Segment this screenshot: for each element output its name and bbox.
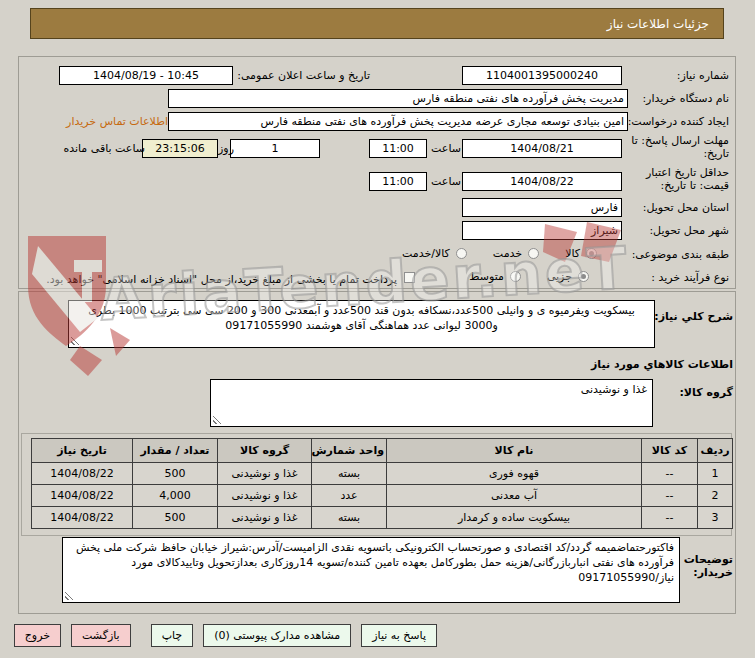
radio-icon xyxy=(456,248,467,259)
process-option-minor[interactable]: جزیی xyxy=(547,270,589,283)
resize-grip-icon[interactable] xyxy=(65,591,74,600)
need-number-field[interactable]: 1104001395000240 xyxy=(462,66,622,85)
deadline-date-field[interactable]: 1404/08/21 xyxy=(462,139,622,158)
classification-option-goods[interactable]: کالا xyxy=(565,247,597,260)
radio-icon xyxy=(510,271,521,282)
description-text: بیسکویت ویفرمیوه ی و وانیلی 500عدد،نسکاف… xyxy=(88,304,635,332)
validity-label: حداقل تاریخ اعتبار قیمت: تا تاریخ: xyxy=(624,166,729,192)
classification-label: طبقه بندی موضوعی: xyxy=(632,248,729,261)
col-goods-code: کد کالا xyxy=(642,439,698,463)
treasury-note-label: پرداخت تمام یا بخشی از مبلغ خرید،از محل … xyxy=(46,273,397,286)
remaining-days-field[interactable]: 1 xyxy=(230,139,320,158)
goods-group-label: گروه کالا: xyxy=(679,386,733,399)
cell-quantity: 4,000 xyxy=(133,485,218,507)
hours-remaining-label: ساعت باقی مانده xyxy=(63,142,145,155)
radio-icon xyxy=(528,248,539,259)
cell-row-number: 2 xyxy=(698,485,733,507)
process-type-label: نوع فرآیند خرید : xyxy=(651,271,729,284)
cell-goods-name: قهوه فوری xyxy=(387,463,642,485)
announce-field[interactable]: 1404/08/19 - 10:45 xyxy=(59,66,233,85)
table-row[interactable]: 1 -- قهوه فوری بسته غذا و نوشیدنی 500 14… xyxy=(32,463,733,485)
cell-quantity: 500 xyxy=(133,463,218,485)
cell-row-number: 1 xyxy=(698,463,733,485)
action-buttons: پاسخ به نیاز مشاهده مدارک پیوستی (0) چاپ… xyxy=(14,624,437,647)
creator-label: ایجاد کننده درخواست: xyxy=(628,115,729,128)
city-field[interactable]: شیراز xyxy=(462,221,622,240)
buyer-notes-textarea[interactable]: فاکتورحتماضمیمه گردد/کد اقتصادی و صورتحس… xyxy=(62,537,680,603)
province-field[interactable]: فارس xyxy=(462,198,622,217)
deadline-hour-label: ساعت xyxy=(431,142,461,155)
deadline-time-field[interactable]: 11:00 xyxy=(369,139,427,158)
need-number-label: شماره نیاز: xyxy=(677,69,729,82)
process-option-label: متوسط xyxy=(469,270,504,283)
buyer-name-label: نام دستگاه خریدار: xyxy=(642,92,729,105)
cell-goods-code: -- xyxy=(642,463,698,485)
buyer-notes-label: توضیحات خریدار: xyxy=(675,553,733,579)
cell-unit: بسته xyxy=(312,463,387,485)
resize-grip-icon[interactable] xyxy=(71,336,80,345)
cell-goods-code: -- xyxy=(642,485,698,507)
deadline-label: مهلت ارسال پاسخ: تا تاریخ: xyxy=(629,134,729,160)
process-type-radio-group: جزیی متوسط xyxy=(469,270,589,283)
exit-button[interactable]: خروج xyxy=(14,624,61,647)
classification-option-label: خدمت xyxy=(493,247,522,260)
classification-option-service[interactable]: خدمت xyxy=(493,247,539,260)
back-button[interactable]: بازگشت xyxy=(71,624,131,647)
cell-need-date: 1404/08/22 xyxy=(32,507,133,529)
col-goods-name: نام کالا xyxy=(387,439,642,463)
announce-label: تاریخ و ساعت اعلان عمومی: xyxy=(237,69,370,82)
cell-unit: بسته xyxy=(312,507,387,529)
description-textarea[interactable]: بیسکویت ویفرمیوه ی و وانیلی 500عدد،نسکاف… xyxy=(68,300,655,348)
province-label: استان محل تحویل: xyxy=(643,201,729,214)
creator-field[interactable]: امین بنیادی توسعه مجاری عرضه مدیریت پخش … xyxy=(168,112,628,131)
goods-group-text: غذا و نوشیدنی xyxy=(581,383,647,396)
description-label: شرح کلي نیاز: xyxy=(654,310,733,323)
countdown-timer: 23:15:06 xyxy=(142,139,218,158)
classification-option-label: کالا/خدمت xyxy=(402,247,450,260)
cell-goods-group: غذا و نوشیدنی xyxy=(218,463,312,485)
cell-row-number: 3 xyxy=(698,507,733,529)
col-quantity: تعداد / مقدار xyxy=(133,439,218,463)
print-button[interactable]: چاپ xyxy=(151,624,194,647)
cell-need-date: 1404/08/22 xyxy=(32,463,133,485)
city-label: شهر محل تحویل: xyxy=(649,224,729,237)
radio-selected-icon xyxy=(586,248,597,259)
goods-group-textarea[interactable]: غذا و نوشیدنی xyxy=(210,379,653,427)
cell-unit: عدد xyxy=(312,485,387,507)
cell-goods-name: بیسکویت ساده و کرمدار xyxy=(387,507,642,529)
col-need-date: تاریخ نیاز xyxy=(32,439,133,463)
col-goods-group: گروه کالا xyxy=(218,439,312,463)
radio-selected-icon xyxy=(578,271,589,282)
col-unit: واحد شمارش xyxy=(312,439,387,463)
treasury-checkbox[interactable] xyxy=(404,272,415,283)
process-option-medium[interactable]: متوسط xyxy=(469,270,521,283)
buyer-contact-link[interactable]: اطلاعات تماس خریدار xyxy=(66,115,168,128)
validity-date-field[interactable]: 1404/08/22 xyxy=(462,172,622,191)
buyer-notes-text: فاکتورحتماضمیمه گردد/کد اقتصادی و صورتحس… xyxy=(76,541,674,584)
page-title: جزئیات اطلاعات نیاز xyxy=(30,8,724,39)
cell-quantity: 500 xyxy=(133,507,218,529)
page: { "title": "جزئیات اطلاعات نیاز", "water… xyxy=(0,0,755,658)
process-option-label: جزیی xyxy=(547,270,572,283)
table-row[interactable]: 2 -- آب معدنی عدد غذا و نوشیدنی 4,000 14… xyxy=(32,485,733,507)
validity-hour-label: ساعت xyxy=(431,175,461,188)
classification-option-label: کالا xyxy=(565,247,580,260)
cell-goods-code: -- xyxy=(642,507,698,529)
cell-need-date: 1404/08/22 xyxy=(32,485,133,507)
table-row[interactable]: 3 -- بیسکویت ساده و کرمدار بسته غذا و نو… xyxy=(32,507,733,529)
goods-info-header: اطلاعات کالاهاي مورد نیاز xyxy=(591,358,733,371)
cell-goods-group: غذا و نوشیدنی xyxy=(218,507,312,529)
classification-option-goods-service[interactable]: کالا/خدمت xyxy=(402,247,467,260)
buyer-name-field[interactable]: مدیریت پخش فرآورده های نفتی منطقه فارس xyxy=(168,89,628,108)
table-header-row: ردیف کد کالا نام کالا واحد شمارش گروه کا… xyxy=(32,439,733,463)
col-row-number: ردیف xyxy=(698,439,733,463)
classification-radio-group: کالا خدمت کالا/خدمت xyxy=(402,247,597,260)
cell-goods-group: غذا و نوشیدنی xyxy=(218,485,312,507)
view-attachments-button[interactable]: مشاهده مدارک پیوستی (0) xyxy=(203,624,351,647)
respond-button[interactable]: پاسخ به نیاز xyxy=(361,624,437,647)
resize-grip-icon[interactable] xyxy=(213,415,222,424)
validity-time-field[interactable]: 11:00 xyxy=(369,172,427,191)
cell-goods-name: آب معدنی xyxy=(387,485,642,507)
goods-table: ردیف کد کالا نام کالا واحد شمارش گروه کا… xyxy=(31,438,733,529)
